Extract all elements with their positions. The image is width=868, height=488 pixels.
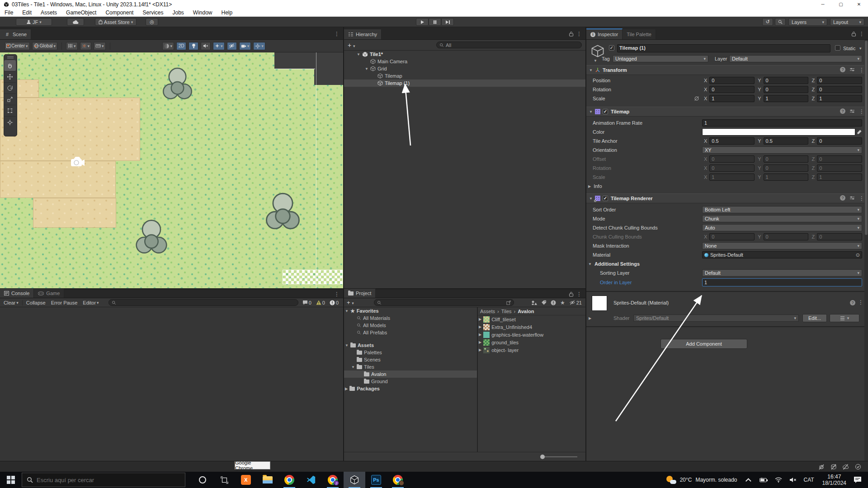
close-button[interactable]: ✕: [850, 0, 868, 9]
tilemap-component-header[interactable]: ▼ ✓ Tilemap ? ⋮: [586, 107, 868, 117]
component-menu-icon[interactable]: ⋮: [859, 195, 864, 202]
task-view-button[interactable]: [213, 472, 235, 488]
hierarchy-item-tilemap-1[interactable]: Tilemap (1): [344, 80, 585, 87]
rotation-x-field[interactable]: 0: [709, 86, 755, 93]
toggle-2d-view[interactable]: 2D: [176, 42, 186, 50]
taskbar-photoshop[interactable]: Ps: [365, 472, 387, 488]
folder-palettes[interactable]: Palettes: [344, 349, 477, 356]
battery-icon[interactable]: [760, 478, 768, 483]
draw-mode-dropdown[interactable]: ▾: [162, 42, 175, 50]
rect-tool-button[interactable]: [4, 105, 16, 117]
rotate-tool-button[interactable]: [4, 83, 16, 94]
hierarchy-search-input[interactable]: All: [436, 42, 582, 48]
transform-component-header[interactable]: ▼ Transform ? ⋮: [586, 65, 868, 75]
effects-dropdown[interactable]: ▾: [213, 42, 225, 50]
eyedropper-icon[interactable]: [857, 129, 862, 135]
scale-x-field[interactable]: 1: [709, 95, 755, 102]
animation-frame-rate-field[interactable]: 1: [702, 119, 862, 127]
asset-cliff-tileset[interactable]: ▶ Cliff_tileset: [478, 315, 585, 323]
presets-icon[interactable]: [849, 108, 855, 114]
help-icon[interactable]: ?: [840, 67, 845, 72]
console-error-filter[interactable]: 0: [330, 300, 339, 305]
folder-tiles[interactable]: ▼ Tiles: [344, 363, 477, 371]
volume-muted-icon[interactable]: [789, 477, 797, 483]
favorite-all-prefabs[interactable]: All Prefabs: [344, 329, 477, 336]
shader-edit-button[interactable]: Edit...: [802, 314, 827, 322]
gameobject-enabled-checkbox[interactable]: ✓: [609, 45, 614, 51]
layer-dropdown[interactable]: Default▾: [729, 55, 862, 62]
scale-tool-button[interactable]: [4, 94, 16, 105]
cortana-button[interactable]: [192, 472, 213, 488]
static-dropdown-icon[interactable]: ▾: [859, 46, 862, 51]
keyboard-language[interactable]: CAT: [804, 477, 814, 483]
breadcrumb-tiles[interactable]: Tiles: [501, 309, 512, 314]
sort-order-dropdown[interactable]: Bottom Left▾: [702, 206, 862, 213]
taskbar-xampp[interactable]: X: [235, 472, 257, 488]
action-center-icon[interactable]: [854, 476, 862, 483]
additional-settings-foldout[interactable]: ▼ Additional Settings: [586, 259, 868, 268]
cloud-disconnected-icon[interactable]: [842, 463, 849, 470]
menu-component[interactable]: Component: [101, 9, 138, 16]
tab-inspector[interactable]: i Inspector: [586, 28, 623, 39]
material-preview-swatch[interactable]: [592, 296, 607, 311]
hidden-items-count[interactable]: 21: [569, 300, 582, 305]
search-by-type-icon[interactable]: [531, 300, 537, 305]
toggle-scene-lighting[interactable]: [189, 42, 198, 50]
position-y-field[interactable]: 0: [764, 77, 809, 84]
scene-viewport[interactable]: [0, 52, 343, 288]
camera-gizmo-icon[interactable]: [70, 155, 85, 168]
taskbar-unity-active[interactable]: [344, 472, 365, 488]
position-z-field[interactable]: 0: [817, 77, 862, 84]
asset-waterflow[interactable]: ▶ graphics-tiles-waterflow: [478, 331, 585, 338]
console-clear-button[interactable]: Clear: [4, 300, 15, 305]
mask-interaction-dropdown[interactable]: None▾: [702, 242, 862, 249]
console-log-area[interactable]: [0, 307, 343, 461]
inspector-scrollbar[interactable]: [864, 40, 868, 461]
favorites-section[interactable]: ▼ ★ Favorites: [344, 307, 477, 314]
renderer-enabled-checkbox[interactable]: ✓: [603, 196, 608, 201]
move-tool-button[interactable]: [4, 71, 16, 83]
project-search-input[interactable]: [374, 299, 514, 306]
layout-dropdown[interactable]: Layout▾: [830, 18, 864, 26]
tray-expand-chevron-icon[interactable]: [745, 478, 751, 484]
menu-edit[interactable]: Edit: [18, 9, 36, 16]
console-warning-filter[interactable]: 0: [316, 300, 325, 305]
step-button[interactable]: [441, 18, 454, 26]
hand-tool-button[interactable]: [4, 60, 16, 71]
assets-root-folder[interactable]: ▼ Assets: [344, 342, 477, 349]
component-menu-icon[interactable]: ⋮: [859, 108, 864, 115]
order-in-layer-field[interactable]: 1: [702, 278, 862, 286]
taskbar-vscode[interactable]: [300, 472, 322, 488]
material-list-button[interactable]: ▾: [830, 314, 859, 322]
wifi-icon[interactable]: [775, 477, 782, 483]
breadcrumb-assets[interactable]: Assets: [480, 309, 495, 314]
grid-snapping-dropdown[interactable]: ▾: [80, 42, 92, 50]
rotation-y-field[interactable]: 0: [764, 86, 809, 93]
link-scale-icon[interactable]: [694, 96, 699, 101]
scale-y-field[interactable]: 1: [764, 95, 809, 102]
asset-object-layer[interactable]: ▶ object- layer: [478, 346, 585, 354]
material-object-field[interactable]: Sprites-Default ⊙: [702, 251, 862, 258]
console-menu-icon[interactable]: ⋮: [334, 291, 340, 297]
taskbar-chrome[interactable]: [278, 472, 300, 488]
orientation-dropdown[interactable]: XY▾: [702, 146, 862, 154]
mode-dropdown[interactable]: Chunk▾: [702, 215, 862, 222]
taskbar-search[interactable]: [22, 473, 185, 487]
start-button[interactable]: [0, 472, 22, 488]
sorting-layer-dropdown[interactable]: Default▾: [702, 269, 862, 277]
anchor-y-field[interactable]: 0.5: [764, 137, 809, 145]
rotation-z-field[interactable]: 0: [817, 86, 862, 93]
search-by-label-icon[interactable]: [541, 300, 547, 305]
scene-visibility-toggle[interactable]: [227, 42, 237, 50]
progress-ok-icon[interactable]: [854, 463, 862, 470]
tag-dropdown[interactable]: Untagged▾: [613, 55, 708, 62]
create-asset-button[interactable]: + ▾: [347, 299, 354, 306]
taskbar-chrome-profile[interactable]: J: [322, 472, 344, 488]
scene-camera-dropdown[interactable]: ▾: [239, 42, 251, 50]
menu-jobs[interactable]: Jobs: [168, 9, 188, 16]
inspector-menu-icon[interactable]: ⋮: [859, 31, 864, 37]
grid-visibility-dropdown[interactable]: ▾: [66, 42, 78, 50]
taskbar-chrome-2[interactable]: [387, 472, 409, 488]
clock-widget[interactable]: 16:47 18/1/2024: [822, 474, 846, 486]
hierarchy-item-tilemap[interactable]: Tilemap: [344, 72, 585, 80]
